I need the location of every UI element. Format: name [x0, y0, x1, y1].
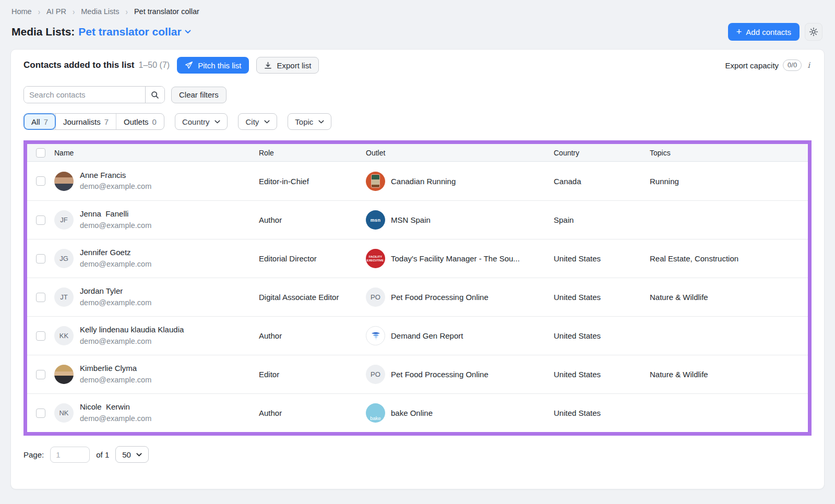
row-checkbox[interactable]: [36, 293, 45, 302]
topic-filter-label: Topic: [295, 117, 313, 126]
outlet-name: Demand Gen Report: [391, 331, 463, 340]
row-checkbox[interactable]: [36, 254, 45, 263]
page-label: Page:: [23, 450, 44, 459]
chevron-down-icon: [214, 120, 220, 124]
tab-all-label: All: [31, 117, 40, 126]
country-filter-dropdown[interactable]: Country: [175, 113, 228, 130]
add-contacts-button[interactable]: + Add contacts: [728, 23, 800, 41]
tab-outlets-label: Outlets: [124, 117, 149, 126]
avatar: JF: [54, 210, 74, 230]
chevron-down-icon: [185, 30, 191, 34]
table-header: Name Role Outlet Country Topics: [27, 144, 808, 162]
column-header-outlet[interactable]: Outlet: [366, 149, 554, 157]
column-header-topics[interactable]: Topics: [650, 149, 808, 157]
pitch-list-button[interactable]: Pitch this list: [177, 57, 249, 74]
contact-name: Nicole Kerwin: [80, 401, 151, 413]
contact-email: demo@example.com: [80, 259, 151, 270]
export-capacity-badge: 0/0: [783, 59, 802, 71]
tab-all-count: 7: [44, 117, 48, 126]
search-input[interactable]: [24, 87, 145, 103]
table-row[interactable]: JG Jennifer Goetz demo@example.com Edito…: [27, 239, 808, 278]
contact-country: United States: [554, 254, 650, 263]
contact-role: Author: [259, 215, 366, 224]
export-list-button[interactable]: Export list: [256, 57, 319, 74]
table-row[interactable]: JT Jordan Tyler demo@example.com Digital…: [27, 278, 808, 316]
row-checkbox[interactable]: [36, 370, 45, 379]
page-title-prefix: Media Lists:: [11, 26, 75, 38]
avatar: [54, 172, 74, 191]
contact-email: demo@example.com: [80, 181, 151, 193]
contact-role: Author: [259, 331, 366, 340]
breadcrumb-ai-pr[interactable]: AI PR: [46, 7, 66, 16]
select-all-checkbox[interactable]: [36, 148, 45, 158]
page-number-input[interactable]: [50, 447, 90, 463]
contact-name: Jenna Fanelli: [80, 208, 151, 220]
row-checkbox[interactable]: [36, 409, 45, 418]
avatar: NK: [54, 403, 74, 423]
breadcrumb-separator-icon: ›: [126, 7, 128, 17]
export-capacity-label: Export capacity: [725, 61, 779, 70]
outlet-logo: bake: [366, 403, 385, 423]
tab-journalists[interactable]: Journalists 7: [55, 114, 116, 129]
contact-name: Kelly lindenau klaudia Klaudia: [80, 324, 184, 336]
tab-outlets-count: 0: [152, 117, 157, 126]
outlet-name: MSN Spain: [391, 215, 431, 224]
row-checkbox[interactable]: [36, 215, 45, 225]
row-checkbox[interactable]: [36, 176, 45, 186]
pitch-list-label: Pitch this list: [198, 61, 241, 70]
contact-role: Editorial Director: [259, 254, 366, 263]
type-filter-tabs: All 7 Journalists 7 Outlets 0: [23, 113, 164, 130]
breadcrumb-media-lists[interactable]: Media Lists: [81, 7, 119, 16]
column-header-country[interactable]: Country: [554, 149, 650, 157]
page-total: of 1: [96, 450, 109, 459]
tab-outlets[interactable]: Outlets 0: [116, 114, 164, 129]
outlet-logo: PO: [366, 287, 385, 307]
contacts-card: Contacts added to this list 1–50 (7) Pit…: [10, 49, 825, 489]
contact-role: Editor: [259, 370, 366, 379]
outlet-name: bake Online: [391, 409, 433, 417]
breadcrumb-current: Pet translator collar: [134, 7, 199, 16]
outlet-logo: [366, 326, 385, 345]
contacts-range: 1–50 (7): [139, 61, 170, 70]
contacts-table: Name Role Outlet Country Topics Anne Fra…: [23, 140, 812, 436]
table-row[interactable]: JF Jenna Fanelli demo@example.com Author…: [27, 200, 808, 239]
clear-filters-button[interactable]: Clear filters: [171, 87, 226, 103]
table-row[interactable]: KK Kelly lindenau klaudia Klaudia demo@e…: [27, 316, 808, 355]
contact-name: Kimberlie Clyma: [80, 363, 151, 375]
row-checkbox[interactable]: [36, 331, 45, 341]
list-name-dropdown[interactable]: Pet translator collar: [78, 26, 190, 38]
table-body: Anne Francis demo@example.com Editor-in-…: [27, 162, 808, 432]
contact-topics: Running: [650, 177, 808, 186]
column-header-name[interactable]: Name: [54, 149, 259, 157]
outlet-name: Pet Food Processing Online: [391, 370, 488, 379]
page-size-select[interactable]: 50: [115, 446, 149, 463]
list-name: Pet translator collar: [78, 26, 181, 38]
table-row[interactable]: Anne Francis demo@example.com Editor-in-…: [27, 162, 808, 200]
contact-topics: Real Estate, Construction: [650, 254, 808, 263]
country-filter-label: Country: [182, 117, 210, 126]
table-row[interactable]: NK Nicole Kerwin demo@example.com Author…: [27, 393, 808, 432]
contact-country: United States: [554, 409, 650, 417]
contact-email: demo@example.com: [80, 336, 184, 347]
search-button[interactable]: [145, 87, 164, 103]
page-top: Home › AI PR › Media Lists › Pet transla…: [0, 0, 835, 41]
clear-filters-label: Clear filters: [179, 90, 219, 99]
city-filter-dropdown[interactable]: City: [238, 113, 277, 130]
city-filter-label: City: [245, 117, 259, 126]
outlet-name: Today's Facility Manager - The Sou...: [391, 254, 520, 263]
topic-filter-dropdown[interactable]: Topic: [288, 113, 331, 130]
contact-country: Canada: [554, 177, 650, 186]
settings-button[interactable]: [805, 23, 822, 41]
column-header-role[interactable]: Role: [259, 149, 366, 157]
avatar: JT: [54, 287, 74, 307]
outlet-name: Pet Food Processing Online: [391, 293, 488, 302]
avatar: JG: [54, 249, 74, 268]
tab-all[interactable]: All 7: [24, 114, 55, 129]
breadcrumb-home[interactable]: Home: [11, 7, 32, 16]
contact-email: demo@example.com: [80, 375, 151, 386]
info-icon[interactable]: i: [806, 61, 812, 70]
chevron-down-icon: [318, 120, 324, 124]
table-row[interactable]: Kimberlie Clyma demo@example.com Editor …: [27, 355, 808, 393]
contact-role: Editor-in-Chief: [259, 177, 366, 186]
contact-name: Anne Francis: [80, 170, 151, 182]
